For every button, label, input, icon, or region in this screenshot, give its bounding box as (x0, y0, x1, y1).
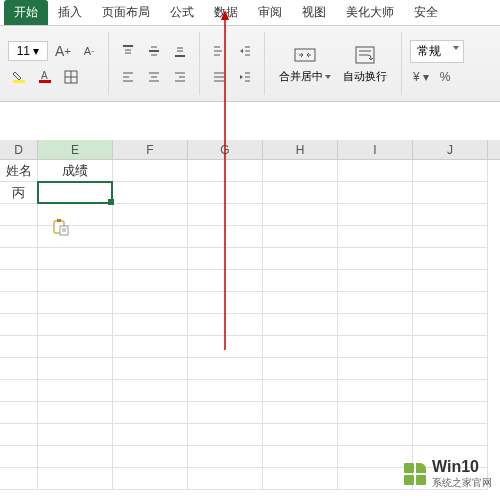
cell[interactable] (263, 468, 338, 490)
cell[interactable] (413, 292, 488, 314)
cell[interactable] (188, 226, 263, 248)
cell[interactable] (338, 314, 413, 336)
cell[interactable] (188, 380, 263, 402)
col-header-e[interactable]: E (38, 140, 113, 159)
col-header-g[interactable]: G (188, 140, 263, 159)
cell[interactable] (0, 446, 38, 468)
cell[interactable] (413, 182, 488, 204)
tab-security[interactable]: 安全 (404, 0, 448, 25)
spreadsheet-grid[interactable]: 姓名 成绩 丙 for(let r=0;r<13;r++){ document.… (0, 160, 500, 490)
cell[interactable] (0, 358, 38, 380)
cell[interactable] (413, 336, 488, 358)
cell[interactable] (38, 424, 113, 446)
cell[interactable] (338, 424, 413, 446)
tab-start[interactable]: 开始 (4, 0, 48, 25)
orientation-button[interactable] (208, 41, 230, 61)
cell[interactable] (0, 380, 38, 402)
cell[interactable] (188, 468, 263, 490)
fill-color-button[interactable] (8, 67, 30, 87)
cell-e1[interactable]: 成绩 (38, 160, 113, 182)
cell[interactable] (113, 314, 188, 336)
cell[interactable] (0, 336, 38, 358)
cell[interactable] (38, 402, 113, 424)
cell[interactable] (188, 182, 263, 204)
cell[interactable] (413, 204, 488, 226)
cell[interactable] (38, 446, 113, 468)
align-middle-button[interactable] (143, 41, 165, 61)
col-header-f[interactable]: F (113, 140, 188, 159)
cell[interactable] (38, 204, 113, 226)
cell[interactable] (263, 402, 338, 424)
cell[interactable] (38, 468, 113, 490)
font-size-select[interactable]: 11 ▾ (8, 41, 48, 61)
cell[interactable] (38, 358, 113, 380)
cell[interactable] (263, 314, 338, 336)
cell[interactable] (0, 402, 38, 424)
cell[interactable] (338, 292, 413, 314)
align-top-button[interactable] (117, 41, 139, 61)
cell[interactable] (263, 292, 338, 314)
merge-center-button[interactable]: 合并居中 (273, 39, 337, 88)
cell[interactable] (38, 336, 113, 358)
cell[interactable] (413, 402, 488, 424)
cell[interactable] (263, 270, 338, 292)
cell[interactable] (413, 226, 488, 248)
cell[interactable] (188, 402, 263, 424)
cell[interactable] (113, 446, 188, 468)
tab-insert[interactable]: 插入 (48, 0, 92, 25)
cell[interactable] (38, 380, 113, 402)
col-header-h[interactable]: H (263, 140, 338, 159)
tab-view[interactable]: 视图 (292, 0, 336, 25)
font-decrease-button[interactable]: A- (78, 41, 100, 61)
cell[interactable] (338, 270, 413, 292)
cell[interactable] (188, 248, 263, 270)
tab-data[interactable]: 数据 (204, 0, 248, 25)
cell[interactable] (0, 248, 38, 270)
cell[interactable] (113, 270, 188, 292)
cell[interactable] (338, 380, 413, 402)
cell[interactable] (338, 204, 413, 226)
cell[interactable] (413, 270, 488, 292)
cell[interactable] (0, 468, 38, 490)
cell[interactable] (263, 160, 338, 182)
paste-options-icon[interactable] (52, 218, 70, 236)
decrease-indent-button[interactable] (234, 41, 256, 61)
cell[interactable] (413, 380, 488, 402)
align-left-button[interactable] (117, 67, 139, 87)
cell[interactable] (0, 292, 38, 314)
cell[interactable] (413, 424, 488, 446)
cell-d1[interactable]: 姓名 (0, 160, 38, 182)
cell[interactable] (38, 314, 113, 336)
cell[interactable] (113, 402, 188, 424)
cell[interactable] (113, 182, 188, 204)
cell[interactable] (38, 292, 113, 314)
cell[interactable] (338, 160, 413, 182)
cell[interactable] (0, 424, 38, 446)
cell[interactable] (338, 468, 413, 490)
cell[interactable] (0, 226, 38, 248)
cell[interactable] (263, 446, 338, 468)
cell[interactable] (263, 336, 338, 358)
cell[interactable] (413, 248, 488, 270)
percent-button[interactable]: % (434, 67, 456, 87)
currency-button[interactable]: ¥ ▾ (410, 67, 432, 87)
cell[interactable] (188, 292, 263, 314)
align-center-button[interactable] (143, 67, 165, 87)
number-format-select[interactable]: 常规 (410, 40, 464, 63)
cell[interactable] (188, 446, 263, 468)
cell[interactable] (413, 358, 488, 380)
cell[interactable] (113, 468, 188, 490)
col-header-i[interactable]: I (338, 140, 413, 159)
cell[interactable] (338, 336, 413, 358)
font-color-button[interactable]: A (34, 67, 56, 87)
cell[interactable] (0, 314, 38, 336)
border-button[interactable] (60, 67, 82, 87)
tab-review[interactable]: 审阅 (248, 0, 292, 25)
cell[interactable] (188, 314, 263, 336)
cell[interactable] (263, 204, 338, 226)
cell[interactable] (263, 226, 338, 248)
auto-wrap-button[interactable]: 自动换行 (337, 39, 393, 88)
cell[interactable] (338, 446, 413, 468)
cell-e2[interactable] (38, 182, 113, 204)
tab-beautify[interactable]: 美化大师 (336, 0, 404, 25)
